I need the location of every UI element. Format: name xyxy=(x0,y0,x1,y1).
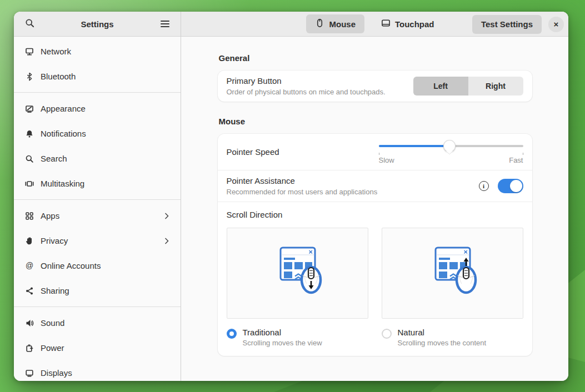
close-icon: × xyxy=(554,20,559,28)
chevron-right-icon xyxy=(163,237,171,245)
traditional-description: Scrolling moves the view xyxy=(243,339,322,347)
traditional-label: Traditional xyxy=(243,328,322,337)
touchpad-icon xyxy=(381,18,391,29)
test-settings-button[interactable]: Test Settings xyxy=(472,15,542,34)
slider-track[interactable] xyxy=(379,139,523,153)
slow-label: Slow xyxy=(379,156,394,164)
sidebar-item-online-accounts[interactable]: @ Online Accounts xyxy=(14,253,181,278)
primary-button-title: Primary Button xyxy=(227,76,386,86)
settings-scroll-area: General Primary Button Order of physical… xyxy=(181,37,568,381)
mouse-icon xyxy=(315,18,324,29)
sidebar-item-label: Notifications xyxy=(41,129,86,138)
natural-illustration-box[interactable] xyxy=(382,228,523,319)
sound-icon xyxy=(25,319,34,328)
svg-text:@: @ xyxy=(26,262,33,270)
displays-icon xyxy=(25,369,34,378)
sharing-icon xyxy=(25,287,34,295)
sidebar-item-label: Multitasking xyxy=(41,179,84,188)
sidebar: Settings Network Bluetooth xyxy=(14,12,181,381)
sidebar-item-label: Sharing xyxy=(41,286,69,295)
search-button[interactable] xyxy=(21,15,38,33)
sidebar-item-apps[interactable]: Apps xyxy=(14,203,181,228)
traditional-option[interactable]: Traditional Scrolling moves the view xyxy=(227,328,368,347)
mouse-card: Pointer Speed Slow Fast xyxy=(218,134,532,356)
sidebar-item-label: Displays xyxy=(41,368,72,378)
pointer-speed-row: Pointer Speed Slow Fast xyxy=(218,134,532,170)
natural-option[interactable]: Natural Scrolling moves the content xyxy=(382,328,523,347)
sidebar-item-bluetooth[interactable]: Bluetooth xyxy=(14,64,181,89)
pointer-assistance-subtitle: Recommended for most users and applicati… xyxy=(227,188,378,196)
header-controls: Test Settings × xyxy=(472,15,564,34)
mouse-section-heading: Mouse xyxy=(219,117,532,126)
tab-label: Touchpad xyxy=(395,19,434,29)
multitasking-icon xyxy=(25,179,34,188)
tab-touchpad[interactable]: Touchpad xyxy=(372,14,443,33)
power-icon xyxy=(25,344,34,353)
settings-window: Settings Network Bluetooth xyxy=(14,12,568,381)
traditional-illustration-box[interactable] xyxy=(227,228,368,319)
pointer-assistance-title: Pointer Assistance xyxy=(227,176,378,185)
sidebar-item-label: Sound xyxy=(41,318,64,328)
tab-mouse[interactable]: Mouse xyxy=(306,14,364,33)
scroll-direction-title: Scroll Direction xyxy=(227,210,523,219)
chevron-right-icon xyxy=(163,212,171,220)
sidebar-item-label: Online Accounts xyxy=(41,261,101,270)
slider-ticks xyxy=(379,153,523,155)
pointer-speed-slider: Slow Fast xyxy=(379,139,523,164)
main-pane: Mouse Touchpad Test Settings × General xyxy=(181,12,568,381)
privacy-icon xyxy=(25,237,34,245)
primary-button-subtitle: Order of physical buttons on mice and to… xyxy=(227,88,386,96)
main-menu-button[interactable] xyxy=(156,15,174,33)
search-icon xyxy=(25,18,34,29)
sidebar-title: Settings xyxy=(81,19,113,29)
sidebar-item-label: Power xyxy=(41,343,64,353)
traditional-radio[interactable] xyxy=(227,329,237,339)
sidebar-item-label: Appearance xyxy=(41,104,86,113)
sidebar-item-privacy[interactable]: Privacy xyxy=(14,228,181,253)
sidebar-item-label: Search xyxy=(41,154,67,163)
sidebar-item-multitasking[interactable]: Multitasking xyxy=(14,171,181,196)
network-icon xyxy=(25,47,34,56)
sidebar-separator xyxy=(14,306,181,307)
sidebar-item-label: Bluetooth xyxy=(41,72,76,81)
close-button[interactable]: × xyxy=(548,17,564,32)
slider-fill xyxy=(379,145,449,147)
natural-label: Natural xyxy=(398,328,487,337)
sidebar-item-sound[interactable]: Sound xyxy=(14,310,181,335)
sidebar-separator xyxy=(14,199,181,200)
hamburger-icon xyxy=(161,21,169,27)
view-switcher: Mouse Touchpad xyxy=(306,14,443,33)
traditional-scroll-illustration xyxy=(258,240,336,306)
natural-description: Scrolling moves the content xyxy=(398,339,487,347)
sidebar-item-notifications[interactable]: Notifications xyxy=(14,121,181,146)
sidebar-item-network[interactable]: Network xyxy=(14,39,181,64)
pointer-assistance-toggle[interactable] xyxy=(498,179,523,193)
sidebar-item-label: Network xyxy=(41,47,71,56)
sidebar-item-appearance[interactable]: Appearance xyxy=(14,96,181,121)
sidebar-item-label: Privacy xyxy=(41,236,68,245)
main-header: Mouse Touchpad Test Settings × xyxy=(181,12,568,37)
general-card: Primary Button Order of physical buttons… xyxy=(218,71,532,102)
sidebar-item-power[interactable]: Power xyxy=(14,335,181,360)
apps-icon xyxy=(25,212,34,220)
search-icon xyxy=(25,154,34,163)
fast-label: Fast xyxy=(509,156,523,164)
natural-scroll-illustration xyxy=(413,240,491,306)
sidebar-item-sharing[interactable]: Sharing xyxy=(14,278,181,303)
pointer-speed-title: Pointer Speed xyxy=(227,147,279,157)
natural-radio[interactable] xyxy=(382,329,392,339)
primary-left-button[interactable]: Left xyxy=(413,77,468,96)
info-icon[interactable]: i xyxy=(479,181,489,191)
sidebar-separator xyxy=(14,92,181,93)
notifications-icon xyxy=(25,129,34,138)
scroll-direction-row: Scroll Direction xyxy=(218,202,532,356)
pointer-assistance-row: Pointer Assistance Recommended for most … xyxy=(218,170,532,202)
slider-handle[interactable] xyxy=(443,140,456,152)
sidebar-item-search[interactable]: Search xyxy=(14,146,181,171)
primary-right-button[interactable]: Right xyxy=(468,77,523,96)
natural-option-column: Natural Scrolling moves the content xyxy=(382,228,523,347)
general-section-heading: General xyxy=(219,53,532,63)
sidebar-item-displays[interactable]: Displays xyxy=(14,360,181,381)
traditional-option-column: Traditional Scrolling moves the view xyxy=(227,228,368,347)
tab-label: Mouse xyxy=(329,19,356,29)
